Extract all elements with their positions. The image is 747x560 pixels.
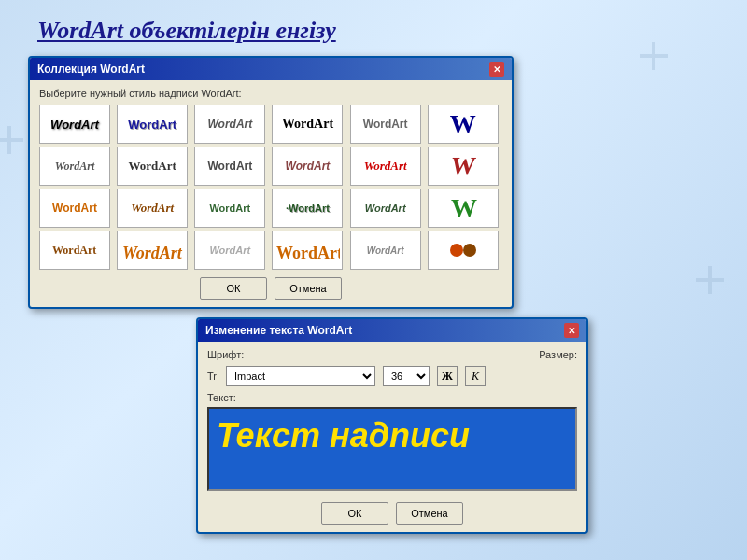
dialog-wordart-subtitle: Выберите нужный стиль надписи WordArt: (39, 88, 502, 99)
wordart-style-16[interactable]: ·WordArt (272, 189, 343, 228)
wordart-style-15[interactable]: WordArt (194, 189, 265, 228)
textedit-controls-row: Tr Impact Arial Times New Roman 36 24 48… (207, 366, 577, 386)
wordart-style-18[interactable]: W (428, 189, 499, 228)
dialog-wordart-ok[interactable]: ОК (200, 277, 267, 300)
wordart-style-8[interactable]: WordArt (117, 147, 188, 186)
wordart-style-21[interactable]: WordArt (194, 231, 265, 270)
textedit-size-label: Размер: (539, 349, 577, 360)
wordart-style-10[interactable]: WordArt (272, 147, 343, 186)
svg-point-3 (450, 244, 463, 257)
wordart-style-19[interactable]: WordArt (39, 231, 110, 270)
textedit-textarea[interactable]: Текст надписи (207, 407, 577, 491)
wordart-style-12[interactable]: W (428, 147, 499, 186)
wordart-style-20[interactable]: WordArt (117, 231, 188, 270)
wordart-style-17[interactable]: WordArt (350, 189, 421, 228)
dialog-wordart-titlebar: Коллекция WordArt ✕ (30, 58, 512, 80)
dialog-wordart-title: Коллекция WordArt (37, 63, 145, 76)
page-title: WordArt объектілерін енгізу (37, 17, 336, 45)
dialog-textedit-ok[interactable]: ОК (321, 502, 388, 525)
svg-point-4 (463, 244, 476, 257)
wordart-style-11[interactable]: WordArt (350, 147, 421, 186)
dialog-wordart-cancel[interactable]: Отмена (275, 277, 342, 300)
wordart-style-7[interactable]: WordArt (39, 147, 110, 186)
wordart-style-24[interactable] (428, 231, 499, 270)
wordart-style-3[interactable]: WordArt (194, 105, 265, 144)
wordart-style-23[interactable]: WordArt (350, 231, 421, 270)
dialog-textedit: Изменение текста WordArt ✕ Шрифт: Размер… (196, 317, 588, 534)
dialog-textedit-body: Шрифт: Размер: Tr Impact Arial Times New… (198, 342, 586, 532)
textedit-font-row: Шрифт: Размер: (207, 349, 577, 360)
dialog-textedit-titlebar: Изменение текста WordArt ✕ (198, 319, 586, 342)
dialog-textedit-cancel[interactable]: Отмена (396, 502, 463, 525)
wordart-style-1[interactable]: WordArt (39, 105, 110, 144)
textedit-font-select[interactable]: Impact Arial Times New Roman (226, 366, 375, 386)
dialog-textedit-buttons: ОК Отмена (207, 502, 577, 525)
wordart-style-9[interactable]: WordArt (194, 147, 265, 186)
svg-text:WordArt: WordArt (122, 244, 183, 262)
textedit-font-label: Шрифт: (207, 349, 245, 360)
wordart-style-6[interactable]: W (428, 105, 499, 144)
dialog-wordart: Коллекция WordArt ✕ Выберите нужный стил… (28, 56, 514, 309)
wordart-style-5[interactable]: WordArt (350, 105, 421, 144)
wordart-style-14[interactable]: WordArt (117, 189, 188, 228)
dialog-textedit-title: Изменение текста WordArt (205, 324, 352, 337)
wordart-style-4[interactable]: WordArt (272, 105, 343, 144)
dialog-textedit-close[interactable]: ✕ (564, 323, 579, 338)
textedit-size-select[interactable]: 36 24 48 72 (383, 366, 430, 386)
wordart-style-2[interactable]: WordArt (117, 105, 188, 144)
textedit-bold-btn[interactable]: Ж (437, 366, 458, 386)
textedit-italic-btn[interactable]: К (465, 366, 486, 386)
textedit-text-label: Текст: (207, 392, 577, 403)
textedit-font-icon: Tr (207, 371, 217, 382)
dialog-wordart-body: Выберите нужный стиль надписи WordArt: W… (30, 80, 512, 307)
svg-text:WordArt: WordArt (276, 244, 340, 262)
wordart-style-22[interactable]: WordArt (272, 231, 343, 270)
dialog-wordart-buttons: ОК Отмена (39, 277, 502, 300)
wordart-style-13[interactable]: WordArt (39, 189, 110, 228)
svg-text:W: W (451, 194, 477, 222)
wordart-style-grid: WordArt WordArt WordArt WordArt WordArt … (39, 105, 502, 270)
dialog-wordart-close[interactable]: ✕ (489, 62, 504, 77)
